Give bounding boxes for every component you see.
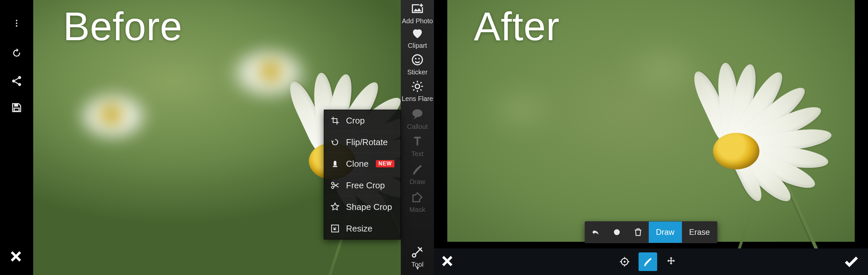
refresh-button[interactable] xyxy=(0,40,33,66)
delete-button[interactable] xyxy=(627,221,649,243)
callout-icon xyxy=(411,108,424,121)
scissors-icon xyxy=(330,180,340,190)
mask-button[interactable]: Mask xyxy=(401,191,434,214)
chevron-down-icon: ▾ xyxy=(401,264,434,268)
more-vertical-icon xyxy=(12,19,21,28)
mode-segment: Draw Erase xyxy=(649,221,717,243)
move-tool-button[interactable] xyxy=(662,252,680,271)
submenu-free-crop[interactable]: Free Crop xyxy=(324,175,400,196)
tool-button[interactable]: Tool ▾ xyxy=(401,245,434,268)
submenu-clone[interactable]: Clone NEW xyxy=(324,153,400,175)
cancel-button[interactable] xyxy=(440,254,455,270)
share-icon xyxy=(11,75,23,87)
lens-flare-icon xyxy=(411,80,424,93)
svg-point-11 xyxy=(418,58,420,59)
svg-point-2 xyxy=(16,25,18,27)
left-rail xyxy=(0,0,33,275)
submenu-label: Resize xyxy=(346,223,372,234)
submenu-label: Free Crop xyxy=(346,180,385,191)
close-icon xyxy=(9,249,23,264)
before-label: Before xyxy=(63,3,183,49)
resize-icon xyxy=(330,223,340,234)
text-label: Text xyxy=(411,150,424,157)
svg-rect-7 xyxy=(14,108,19,111)
share-button[interactable] xyxy=(0,68,33,94)
brush-icon xyxy=(411,163,424,176)
brush-tool-button[interactable] xyxy=(639,252,657,271)
submenu-crop[interactable]: Crop xyxy=(324,110,400,131)
lens-flare-label: Lens Flare xyxy=(402,95,433,102)
crop-icon xyxy=(330,116,340,126)
mode-draw-label: Draw xyxy=(656,227,674,237)
brush-size-button[interactable] xyxy=(606,221,627,243)
svg-point-9 xyxy=(412,55,423,65)
add-photo-button[interactable]: Add Photo xyxy=(401,2,434,25)
svg-point-12 xyxy=(415,84,420,88)
clipart-label: Clipart xyxy=(408,42,427,49)
tool-icon xyxy=(411,245,424,259)
close-button[interactable] xyxy=(9,249,23,265)
brush-icon xyxy=(642,256,653,267)
lens-flare-button[interactable]: Lens Flare xyxy=(401,80,434,103)
callout-button[interactable]: Callout xyxy=(401,108,434,130)
heart-icon xyxy=(411,27,424,40)
submenu-resize[interactable]: Resize xyxy=(324,218,400,239)
submenu-label: Flip/Rotate xyxy=(346,137,388,148)
after-panel: After Draw Erase xyxy=(434,0,868,275)
clone-float-bar: Draw Erase xyxy=(584,221,718,243)
add-photo-icon xyxy=(411,2,424,15)
svg-point-3 xyxy=(18,76,21,79)
close-icon xyxy=(440,254,455,268)
before-panel: Before Add Photo xyxy=(0,0,434,275)
save-icon xyxy=(11,102,23,114)
mask-label: Mask xyxy=(409,206,425,213)
svg-point-10 xyxy=(415,58,417,59)
add-photo-label: Add Photo xyxy=(402,17,433,25)
source-target-button[interactable] xyxy=(615,252,634,271)
svg-point-20 xyxy=(624,261,626,263)
mode-erase-button[interactable]: Erase xyxy=(682,221,717,243)
sticker-label: Sticker xyxy=(407,68,427,76)
trash-icon xyxy=(633,227,643,237)
submenu-flip-rotate[interactable]: Flip/Rotate xyxy=(324,131,400,153)
callout-label: Callout xyxy=(407,123,428,130)
mode-draw-button[interactable]: Draw xyxy=(649,221,682,243)
undo-icon xyxy=(590,227,600,237)
undo-button[interactable] xyxy=(585,221,606,243)
draw-button[interactable]: Draw xyxy=(401,163,434,186)
rotate-icon xyxy=(330,137,340,147)
svg-point-18 xyxy=(614,229,620,235)
text-icon xyxy=(411,135,424,148)
refresh-icon xyxy=(11,47,23,59)
tool-submenu: Crop Flip/Rotate Clone NEW Free Crop Sha… xyxy=(324,110,401,240)
clipart-button[interactable]: Clipart xyxy=(401,27,434,50)
right-tool-rail: Add Photo Clipart Sticker Lens Flare Cal… xyxy=(401,0,434,275)
svg-rect-6 xyxy=(14,103,18,106)
text-button[interactable]: Text xyxy=(401,135,434,158)
submenu-shape-crop[interactable]: Shape Crop xyxy=(324,196,400,218)
target-icon xyxy=(619,256,630,267)
mask-icon xyxy=(411,191,424,204)
draw-label: Draw xyxy=(410,178,425,185)
submenu-label: Crop xyxy=(346,116,365,126)
sticker-icon xyxy=(411,53,424,66)
after-label: After xyxy=(474,3,560,49)
submenu-label: Shape Crop xyxy=(346,202,392,212)
move-icon xyxy=(665,256,677,267)
mode-erase-label: Erase xyxy=(689,227,710,237)
new-badge: NEW xyxy=(376,160,395,167)
dot-icon xyxy=(612,227,622,237)
save-button[interactable] xyxy=(0,94,33,121)
svg-point-14 xyxy=(412,254,416,257)
more-options-button[interactable] xyxy=(0,10,33,36)
blurred-daisy xyxy=(57,77,169,156)
clone-stamp-icon xyxy=(330,159,340,169)
sticker-button[interactable]: Sticker xyxy=(401,53,434,76)
check-icon xyxy=(843,253,860,270)
svg-point-0 xyxy=(16,20,18,22)
svg-point-4 xyxy=(12,80,15,83)
svg-point-5 xyxy=(18,83,21,86)
star-icon xyxy=(330,202,340,212)
main-daisy xyxy=(650,83,836,229)
confirm-button[interactable] xyxy=(835,253,868,270)
